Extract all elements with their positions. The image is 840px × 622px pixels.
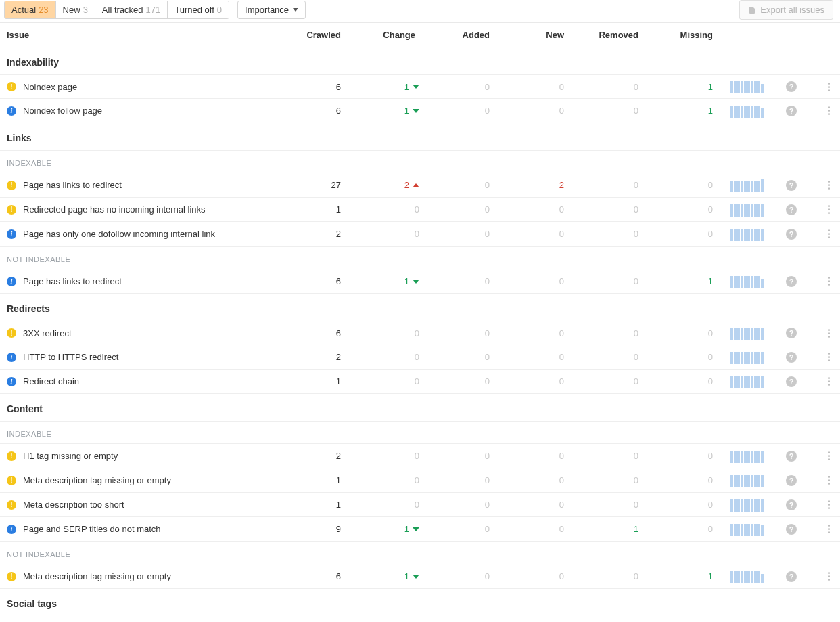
issue-row[interactable]: !Redirected page has no incoming interna… [0, 198, 840, 222]
warning-icon: ! [7, 205, 16, 215]
help-icon[interactable]: ? [786, 475, 797, 486]
more-menu-icon[interactable] [822, 374, 835, 388]
filter-tab[interactable]: Turned off0 [168, 1, 229, 18]
issue-name: Noindex follow page [23, 106, 102, 116]
warning-icon: ! [7, 451, 16, 461]
cell-value: 0 [656, 499, 730, 510]
help-icon[interactable]: ? [786, 204, 797, 215]
help-icon[interactable]: ? [786, 106, 797, 116]
issue-row[interactable]: !H1 tag missing or empty200000? [0, 444, 840, 468]
cell-value: 0 [433, 82, 507, 92]
warning-icon: ! [7, 476, 16, 485]
col-missing: Missing [656, 30, 730, 40]
cell-value: 0 [507, 571, 582, 581]
filter-tab[interactable]: New3 [56, 1, 95, 18]
more-menu-icon[interactable] [822, 522, 835, 536]
more-menu-icon[interactable] [822, 80, 835, 94]
filter-tab[interactable]: Actual23 [5, 1, 56, 18]
sparkline [730, 498, 771, 512]
more-menu-icon[interactable] [822, 326, 835, 340]
cell-value: 0 [507, 475, 582, 485]
sparkline [730, 227, 771, 241]
issue-row[interactable]: !Meta description tag missing or empty61… [0, 564, 840, 589]
help-icon[interactable]: ? [786, 276, 797, 287]
cell-value: 0 [582, 229, 656, 239]
more-menu-icon[interactable] [822, 449, 835, 463]
issue-row[interactable]: iPage and SERP titles do not match910010… [0, 517, 840, 541]
section-header: Indexability [0, 47, 840, 74]
help-icon[interactable]: ? [786, 524, 797, 535]
change-cell: 1 [358, 276, 433, 286]
issue-row[interactable]: !Meta description tag missing or empty10… [0, 468, 840, 493]
cell-value: 1 [582, 524, 656, 534]
help-icon[interactable]: ? [786, 352, 797, 363]
help-icon[interactable]: ? [786, 229, 797, 240]
help-icon[interactable]: ? [786, 376, 797, 387]
down-triangle-icon [413, 527, 419, 531]
cell-value: 6 [284, 328, 358, 338]
more-menu-icon[interactable] [822, 274, 835, 288]
cell-value: 0 [507, 106, 582, 116]
col-change: Change [358, 30, 433, 40]
help-icon[interactable]: ? [786, 571, 797, 582]
cell-value: 0 [433, 352, 507, 362]
help-icon[interactable]: ? [786, 499, 797, 510]
tab-label: New [63, 5, 80, 15]
more-menu-icon[interactable] [822, 569, 835, 583]
cell-value: 1 [656, 106, 730, 116]
cell-value: 1 [284, 499, 358, 510]
info-icon: i [7, 277, 16, 286]
cell-value: 0 [656, 204, 730, 215]
help-icon[interactable]: ? [786, 180, 797, 191]
issue-row[interactable]: !Noindex page610001? [0, 74, 840, 99]
issue-row[interactable]: iRedirect chain100000? [0, 370, 840, 394]
more-menu-icon[interactable] [822, 473, 835, 487]
cell-value: 0 [656, 376, 730, 386]
cell-value: 0 [433, 376, 507, 386]
col-crawled: Crawled [284, 30, 358, 40]
tab-label: All tracked [102, 5, 143, 15]
change-cell: 0 [358, 475, 433, 485]
issue-row[interactable]: iNoindex follow page610001? [0, 99, 840, 123]
more-menu-icon[interactable] [822, 202, 835, 217]
cell-value: 0 [507, 352, 582, 362]
help-icon[interactable]: ? [786, 451, 797, 462]
cell-value: 0 [656, 328, 730, 338]
more-menu-icon[interactable] [822, 104, 835, 118]
issue-row[interactable]: !Page has links to redirect2720200? [0, 173, 840, 198]
issue-row[interactable]: !3XX redirect600000? [0, 321, 840, 345]
help-icon[interactable]: ? [786, 328, 797, 338]
cell-value: 0 [656, 352, 730, 362]
cell-value: 0 [582, 276, 656, 286]
info-icon: i [7, 377, 16, 386]
importance-dropdown[interactable]: Importance [237, 1, 306, 19]
issue-name: H1 tag missing or empty [23, 451, 118, 461]
cell-value: 0 [433, 499, 507, 510]
subsection-header: NOT INDEXABLE [0, 246, 840, 269]
issue-row[interactable]: iPage has only one dofollow incoming int… [0, 222, 840, 246]
export-button[interactable]: Export all issues [739, 0, 833, 20]
more-menu-icon[interactable] [822, 178, 835, 192]
sparkline [730, 80, 771, 93]
issue-row[interactable]: iHTTP to HTTPS redirect200000? [0, 345, 840, 370]
cell-value: 0 [433, 328, 507, 338]
more-menu-icon[interactable] [822, 227, 835, 241]
info-icon: i [7, 229, 16, 239]
cell-value: 0 [582, 571, 656, 581]
section-header: Content [0, 394, 840, 421]
issue-name: Meta description tag missing or empty [23, 475, 171, 485]
down-triangle-icon [413, 280, 419, 284]
cell-value: 0 [507, 376, 582, 386]
issue-row[interactable]: iPage has links to redirect610001? [0, 269, 840, 294]
section-title: Social tags [7, 598, 840, 609]
more-menu-icon[interactable] [822, 350, 835, 364]
sparkline [730, 104, 771, 118]
cell-value: 0 [582, 352, 656, 362]
cell-value: 2 [507, 180, 582, 190]
filter-tab[interactable]: All tracked171 [95, 1, 168, 18]
more-menu-icon[interactable] [822, 497, 835, 512]
issue-row[interactable]: !Meta description too short100000? [0, 493, 840, 517]
help-icon[interactable]: ? [786, 81, 797, 92]
issue-name: Meta description too short [23, 499, 124, 510]
issue-name: Meta description tag missing or empty [23, 571, 171, 581]
